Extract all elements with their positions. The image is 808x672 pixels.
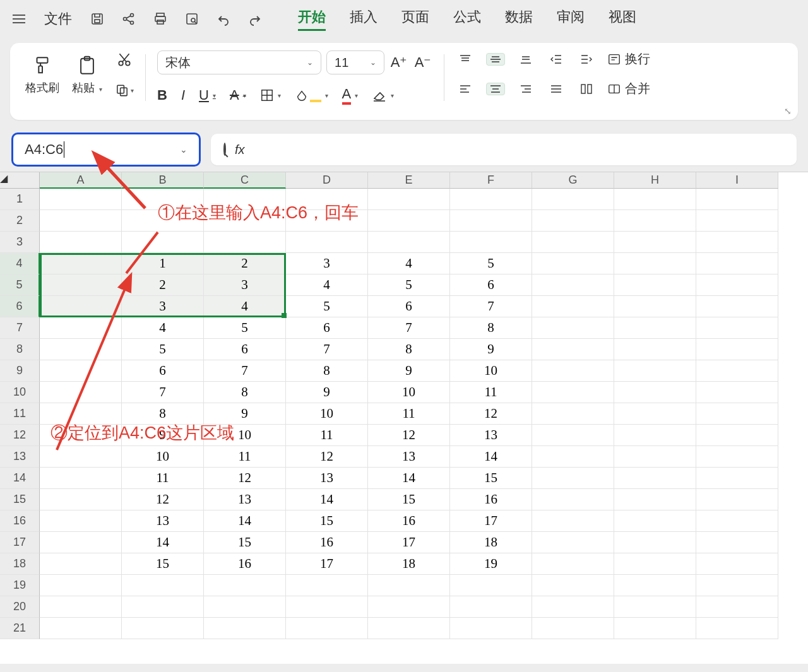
cell-B1[interactable] xyxy=(122,189,204,210)
cell-D11[interactable]: 10 xyxy=(286,403,368,425)
cell-G5[interactable] xyxy=(532,274,614,296)
cell-D10[interactable]: 9 xyxy=(286,382,368,403)
cell-H11[interactable] xyxy=(614,403,696,425)
preview-icon[interactable] xyxy=(178,5,206,33)
cell-A8[interactable] xyxy=(40,339,122,360)
row-header-8[interactable]: 8 xyxy=(0,339,40,360)
cell-H14[interactable] xyxy=(614,468,696,489)
cell-D8[interactable]: 7 xyxy=(286,339,368,360)
cell-D9[interactable]: 8 xyxy=(286,360,368,382)
format-painter-button[interactable]: 格式刷 xyxy=(25,55,59,95)
row-header-21[interactable]: 21 xyxy=(0,618,40,639)
cell-C19[interactable] xyxy=(204,575,286,596)
col-header-H[interactable]: H xyxy=(614,172,696,189)
cell-H17[interactable] xyxy=(614,532,696,553)
halign-justify-icon[interactable] xyxy=(547,83,566,95)
cell-E10[interactable]: 10 xyxy=(368,382,450,403)
cell-H12[interactable] xyxy=(614,425,696,446)
paste-button[interactable]: 粘贴 ▾ xyxy=(72,55,102,95)
tab-插入[interactable]: 插入 xyxy=(350,8,377,31)
cell-H7[interactable] xyxy=(614,317,696,339)
cell-I19[interactable] xyxy=(696,575,778,596)
cell-I4[interactable] xyxy=(696,253,778,274)
eraser-icon[interactable]: ▾ xyxy=(372,88,394,103)
cell-A5[interactable] xyxy=(40,274,122,296)
cell-D2[interactable] xyxy=(286,210,368,232)
cell-D7[interactable]: 6 xyxy=(286,317,368,339)
cell-F7[interactable]: 8 xyxy=(450,317,532,339)
copy-icon[interactable]: ▾ xyxy=(115,81,134,100)
fill-color-button[interactable]: ▾ xyxy=(295,88,328,102)
halign-right-icon[interactable] xyxy=(516,83,535,95)
cell-G2[interactable] xyxy=(532,210,614,232)
merge-button[interactable]: 合并 xyxy=(607,80,650,97)
cell-C11[interactable]: 9 xyxy=(204,403,286,425)
menu-file[interactable]: 文件 xyxy=(44,9,72,28)
font-name-select[interactable]: 宋体⌄ xyxy=(157,50,321,74)
cell-G4[interactable] xyxy=(532,253,614,274)
cell-D6[interactable]: 5 xyxy=(286,296,368,317)
cell-D3[interactable] xyxy=(286,232,368,253)
cell-F8[interactable]: 9 xyxy=(450,339,532,360)
cell-A15[interactable] xyxy=(40,489,122,510)
cell-F1[interactable] xyxy=(450,189,532,210)
col-header-E[interactable]: E xyxy=(368,172,450,189)
cell-I21[interactable] xyxy=(696,618,778,639)
tab-公式[interactable]: 公式 xyxy=(453,8,481,31)
italic-button[interactable]: I xyxy=(181,87,185,103)
undo-icon[interactable] xyxy=(210,5,237,33)
cell-A7[interactable] xyxy=(40,317,122,339)
cell-D20[interactable] xyxy=(286,596,368,618)
formula-bar[interactable]: fx xyxy=(211,134,797,165)
cell-C5[interactable]: 3 xyxy=(204,274,286,296)
fx-icon[interactable]: fx xyxy=(235,143,245,157)
cell-H18[interactable] xyxy=(614,553,696,575)
col-header-I[interactable]: I xyxy=(696,172,778,189)
hamburger-icon[interactable] xyxy=(5,15,33,23)
cell-G11[interactable] xyxy=(532,403,614,425)
cell-F16[interactable]: 17 xyxy=(450,510,532,532)
cell-I16[interactable] xyxy=(696,510,778,532)
cell-F20[interactable] xyxy=(450,596,532,618)
cell-E16[interactable]: 16 xyxy=(368,510,450,532)
col-header-A[interactable]: A xyxy=(40,172,122,189)
cell-A19[interactable] xyxy=(40,575,122,596)
cell-C15[interactable]: 13 xyxy=(204,489,286,510)
row-header-5[interactable]: 5 xyxy=(0,274,40,296)
cell-D16[interactable]: 15 xyxy=(286,510,368,532)
select-all-corner[interactable]: ◢ xyxy=(0,172,40,189)
cell-H8[interactable] xyxy=(614,339,696,360)
cell-B5[interactable]: 2 xyxy=(122,274,204,296)
cell-H16[interactable] xyxy=(614,510,696,532)
cell-F19[interactable] xyxy=(450,575,532,596)
cell-E11[interactable]: 11 xyxy=(368,403,450,425)
cell-H20[interactable] xyxy=(614,596,696,618)
cell-A20[interactable] xyxy=(40,596,122,618)
cell-H21[interactable] xyxy=(614,618,696,639)
cell-E7[interactable]: 7 xyxy=(368,317,450,339)
row-header-17[interactable]: 17 xyxy=(0,532,40,553)
cell-F15[interactable]: 16 xyxy=(450,489,532,510)
row-header-10[interactable]: 10 xyxy=(0,382,40,403)
cell-G13[interactable] xyxy=(532,446,614,468)
cell-H3[interactable] xyxy=(614,232,696,253)
cell-I10[interactable] xyxy=(696,382,778,403)
cell-I17[interactable] xyxy=(696,532,778,553)
cell-B11[interactable]: 8 xyxy=(122,403,204,425)
col-header-B[interactable]: B xyxy=(122,172,204,189)
cell-C13[interactable]: 11 xyxy=(204,446,286,468)
cell-B20[interactable] xyxy=(122,596,204,618)
cell-B7[interactable]: 4 xyxy=(122,317,204,339)
cell-B13[interactable]: 10 xyxy=(122,446,204,468)
cell-G6[interactable] xyxy=(532,296,614,317)
cell-H9[interactable] xyxy=(614,360,696,382)
col-header-D[interactable]: D xyxy=(286,172,368,189)
row-header-11[interactable]: 11 xyxy=(0,403,40,425)
cell-A21[interactable] xyxy=(40,618,122,639)
cell-E8[interactable]: 8 xyxy=(368,339,450,360)
row-header-1[interactable]: 1 xyxy=(0,189,40,210)
cell-E14[interactable]: 14 xyxy=(368,468,450,489)
row-header-9[interactable]: 9 xyxy=(0,360,40,382)
save-icon[interactable] xyxy=(83,5,111,33)
cell-G3[interactable] xyxy=(532,232,614,253)
